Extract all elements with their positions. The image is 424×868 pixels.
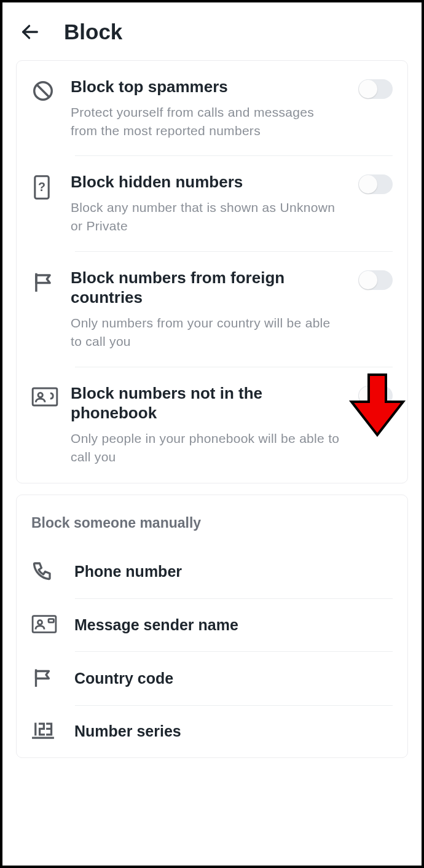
contact-card-icon [31,614,74,637]
toggle-block-foreign-countries[interactable] [358,270,393,290]
manual-item-label: Message sender name [74,616,238,634]
contact-phone-icon [31,383,71,467]
flag-icon [31,667,74,691]
device-unknown-icon: ? [31,172,71,235]
manual-block-heading: Block someone manually [17,495,407,545]
number-series-icon [31,721,74,743]
manual-item-phone-number[interactable]: Phone number [17,545,407,599]
row-subtitle: Only people in your phonebook will be ab… [71,429,344,467]
toggle-block-top-spammers[interactable] [358,79,393,99]
phone-icon [31,560,74,584]
row-title: Block hidden numbers [71,172,344,192]
manual-item-number-series[interactable]: Number series [17,706,407,757]
row-block-hidden-numbers: ? Block hidden numbers Block any number … [17,156,407,251]
back-button[interactable] [20,18,47,45]
row-block-not-in-phonebook: Block numbers not in the phonebook Only … [17,367,407,483]
row-subtitle: Block any number that is shown as Unknow… [71,198,344,236]
row-subtitle: Protect yourself from calls and messages… [71,103,344,141]
row-title: Block top spammers [71,77,344,97]
svg-line-2 [37,85,49,97]
flag-icon [31,268,71,351]
header: Block [2,2,422,53]
manual-item-country-code[interactable]: Country code [17,652,407,706]
row-block-foreign-countries: Block numbers from foreign countries Onl… [17,252,407,367]
toggle-block-not-in-phonebook[interactable] [358,386,393,405]
manual-item-label: Country code [74,670,173,687]
manual-item-label: Number series [74,722,181,740]
auto-block-card: Block top spammers Protect yourself from… [16,60,408,483]
svg-rect-10 [49,619,53,622]
page-title: Block [64,20,122,44]
ban-icon [31,77,71,140]
toggle-block-hidden-numbers[interactable] [358,174,393,194]
back-arrow-icon [20,22,41,42]
row-subtitle: Only numbers from your country will be a… [71,314,344,351]
row-block-top-spammers: Block top spammers Protect yourself from… [17,61,407,156]
manual-item-label: Phone number [74,563,182,581]
svg-text:?: ? [38,180,45,194]
svg-point-7 [38,393,42,397]
row-title: Block numbers not in the phonebook [71,383,344,423]
manual-block-card: Block someone manually Phone number Mess… [16,495,408,758]
row-title: Block numbers from foreign countries [71,268,344,308]
manual-item-message-sender-name[interactable]: Message sender name [17,599,407,652]
svg-point-9 [38,620,42,624]
